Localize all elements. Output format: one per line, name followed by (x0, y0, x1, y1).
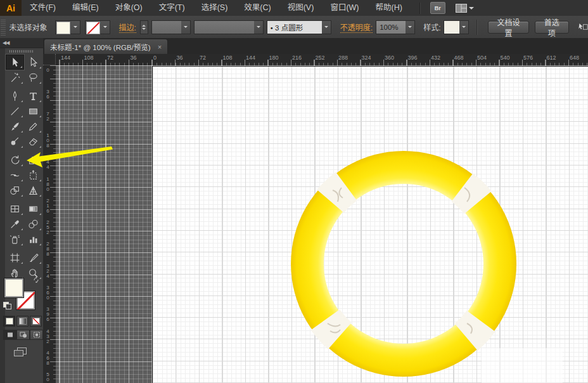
menu-help[interactable]: 帮助(H) (368, 0, 411, 16)
selection-tool[interactable] (6, 55, 24, 70)
menu-effect[interactable]: 效果(C) (236, 0, 279, 16)
draw-behind-button[interactable] (16, 330, 30, 340)
h-ruler-label: 36 (131, 55, 137, 61)
h-ruler-label: 360 (385, 55, 394, 61)
canvas-area[interactable] (56, 65, 588, 383)
document-setup-button[interactable]: 文档设置 (488, 21, 528, 34)
stroke-weight-combo[interactable] (151, 20, 191, 34)
variable-width-profile-combo[interactable] (194, 20, 264, 34)
screen-mode-icon[interactable] (13, 346, 28, 358)
v-ruler-label: 36 (45, 89, 51, 99)
stroke-color-combo[interactable] (85, 20, 110, 34)
menu-edit[interactable]: 编辑(E) (64, 0, 107, 16)
chevron-down-icon[interactable] (254, 21, 263, 34)
lifebuoy-ring-object[interactable] (283, 143, 524, 383)
chevron-down-icon[interactable] (71, 21, 80, 34)
direct-selection-tool-icon (28, 57, 39, 68)
h-ruler-label: 0 (153, 55, 157, 61)
gradient-tool[interactable] (24, 201, 42, 216)
ring-white-bands (325, 186, 481, 337)
illustrator-window: Ai 文件(F)编辑(E)对象(O)文字(T)选择(S)效果(C)视图(V)窗口… (0, 0, 588, 383)
style-combo[interactable] (444, 20, 469, 34)
h-ruler-label: 504 (477, 55, 487, 61)
opacity-combo[interactable]: 100% (376, 20, 415, 34)
brush-definition-combo[interactable]: • 3 点圆形 (267, 20, 331, 34)
draw-inside-button[interactable] (30, 330, 43, 340)
mesh-tool[interactable] (6, 201, 24, 216)
drawing-mode-buttons (3, 330, 43, 340)
app-logo: Ai (0, 0, 22, 16)
menu-items: 文件(F)编辑(E)对象(O)文字(T)选择(S)效果(C)视图(V)窗口(W)… (22, 0, 411, 16)
rectangle-tool[interactable] (24, 103, 42, 119)
chevron-down-icon[interactable] (406, 21, 414, 34)
v-ruler-label: 72 (45, 111, 51, 121)
lasso-tool-icon (28, 72, 39, 83)
brush-preset-value: • 3 点圆形 (267, 21, 322, 34)
fill-color-indicator[interactable] (4, 278, 24, 298)
fill-color-combo[interactable] (55, 20, 80, 34)
type-tool[interactable] (24, 88, 42, 103)
divider (419, 3, 420, 14)
collapse-panel-icon[interactable]: ◀◀ (3, 40, 9, 46)
stroke-link[interactable]: 描边: (119, 22, 136, 33)
shape-builder-tool[interactable] (6, 183, 24, 198)
symbol-sprayer-tool[interactable] (6, 231, 24, 247)
color-button[interactable] (3, 316, 15, 327)
menu-window[interactable]: 窗口(W) (322, 0, 367, 16)
chevron-down-icon[interactable] (181, 21, 190, 34)
menu-view[interactable]: 视图(V) (279, 0, 323, 16)
tools-panel-grip[interactable] (0, 48, 43, 55)
none-button[interactable] (30, 316, 42, 327)
chevron-down-icon[interactable] (459, 21, 468, 34)
horizontal-ruler[interactable]: 1441087236036721081441802162522883243603… (56, 54, 588, 65)
symbol-sprayer-tool-icon (10, 234, 20, 245)
default-fill-stroke-icon[interactable] (3, 302, 11, 309)
lasso-tool[interactable] (24, 70, 42, 85)
preferences-button[interactable]: 首选项 (535, 21, 569, 34)
v-ruler-label: 360 (45, 285, 51, 300)
menu-type[interactable]: 文字(T) (151, 0, 193, 16)
h-ruler-label: 144 (246, 55, 255, 61)
stroke-weight-stepper[interactable] (140, 20, 148, 34)
gradient-button[interactable] (16, 316, 29, 327)
workspace-switcher[interactable] (456, 4, 474, 13)
ruler-corner[interactable] (43, 54, 56, 65)
menu-object[interactable]: 对象(O) (107, 0, 151, 16)
column-graph-tool[interactable] (24, 231, 42, 247)
chevron-down-icon[interactable] (101, 21, 110, 34)
swap-fill-stroke-icon[interactable] (33, 276, 40, 283)
h-ruler-label: 180 (269, 55, 279, 61)
direct-selection-tool[interactable] (24, 55, 42, 70)
tools-panel-header[interactable]: ◀◀ (0, 38, 43, 48)
fill-swatch[interactable] (56, 22, 70, 34)
artboard-tool[interactable] (6, 250, 24, 265)
stroke-none-swatch[interactable] (86, 22, 100, 34)
chevron-down-icon[interactable] (322, 21, 331, 34)
document-tab-title: 未标题-1* @ 100% (RGB/预览) (50, 42, 151, 52)
close-tab-icon[interactable]: × (158, 43, 162, 51)
bridge-button[interactable]: Br (430, 2, 445, 14)
select-similar-icon[interactable] (578, 22, 588, 32)
perspective-grid-tool[interactable] (24, 183, 42, 198)
opacity-link[interactable]: 不透明度: (340, 22, 373, 33)
pen-tool[interactable] (6, 88, 24, 103)
magic-wand-tool[interactable] (6, 70, 24, 85)
h-ruler-label: 576 (523, 55, 533, 61)
paintbrush-tool[interactable] (6, 119, 24, 134)
document-tab[interactable]: 未标题-1* @ 100% (RGB/预览) × (44, 39, 168, 54)
panel-grip[interactable] (1, 19, 6, 36)
line-segment-tool[interactable] (6, 103, 24, 119)
menu-file[interactable]: 文件(F) (22, 0, 64, 16)
vertical-ruler[interactable]: 0367210814418021625228832436039643246850… (43, 65, 56, 383)
pencil-tool[interactable] (24, 119, 42, 134)
h-ruler-label: 288 (338, 55, 348, 61)
eyedropper-tool[interactable] (6, 216, 24, 231)
band-marbling (328, 188, 472, 334)
mesh-tool-icon (10, 204, 20, 214)
paintbrush-tool-icon (10, 121, 20, 132)
blend-tool[interactable] (24, 216, 42, 231)
h-ruler-label: 108 (84, 55, 94, 61)
menu-select[interactable]: 选择(S) (193, 0, 236, 16)
draw-normal-button[interactable] (3, 330, 16, 340)
slice-tool[interactable] (24, 250, 42, 265)
